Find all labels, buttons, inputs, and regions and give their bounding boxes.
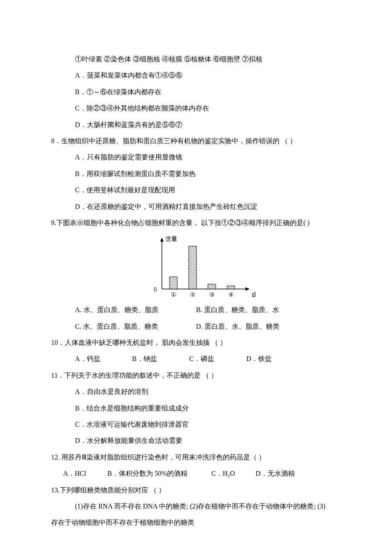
q11-stem: 11．下列关于水的生理功能的叙述中，不正确的是 （ ）	[51, 367, 349, 384]
q13-stem: 13.下列哪组糖类物质能分别对应 （ ）	[51, 482, 349, 498]
q9-option-d: D. 蛋白质、水、脂质、糖类	[196, 318, 280, 335]
svg-text:0: 0	[154, 286, 157, 293]
q10-option-d: D．铁盐	[246, 351, 272, 367]
svg-marker-4	[245, 287, 250, 291]
q7-option-a: A．菠菜和发菜体内都含有①④⑤⑥	[51, 67, 349, 84]
svg-text:③: ③	[209, 292, 215, 298]
q12-option-d: D．无水酒精	[256, 465, 295, 482]
q11-option-b: B．结合水是细胞结构的重要组成成分	[51, 400, 349, 416]
svg-rect-9	[208, 284, 216, 289]
q9-option-c: C. 水、蛋白质、脂质、糖类	[75, 318, 194, 335]
q8-stem: 8．生物组织中还原糖、脂肪和蛋白质三种有机物的鉴定实验中，操作错误的 （ ）	[51, 133, 349, 149]
q8-option-a: A．只有脂肪的鉴定需要使用显微镜	[51, 149, 349, 165]
svg-rect-5	[170, 277, 177, 289]
q10-option-b: B．钠盐	[132, 351, 187, 367]
q9-chart: ①②③④0含量成分	[51, 234, 349, 301]
svg-rect-7	[189, 246, 196, 289]
q10-stem: 10．人体血液中缺乏哪种无机盐时， 肌肉会发生抽搐 （ ）	[51, 335, 349, 351]
q11-option-c: C．水溶液可运输代谢废物到排泄器官	[51, 416, 349, 433]
q9-option-a: A. 水、蛋白质、糖类、脂质	[75, 302, 194, 318]
svg-text:①: ①	[171, 292, 176, 298]
q10-options: A．钙盐 B．钠盐 C．磷盐 D．铁盐	[51, 351, 349, 367]
q11-option-a: A．自由水是良好的溶剂	[51, 384, 349, 400]
q13-line2: 存在于动物细胞中而不存在于植物细胞中的糖类	[51, 515, 349, 531]
q10-option-c: C．磷盐	[189, 351, 245, 367]
svg-rect-11	[227, 286, 235, 289]
bar-chart: ①②③④0含量成分	[145, 234, 256, 301]
q8-option-b: B．用双缩脲试剂检测蛋白质不需要加热	[51, 166, 349, 182]
svg-text:成分: 成分	[251, 292, 256, 298]
q7-option-c: C．除②③④外其他结构都在颤藻的体内存在	[51, 100, 349, 116]
q7-option-b: B．①～⑥在绿藻体内都存在	[51, 84, 349, 100]
q12-option-c: C．H2O	[211, 465, 254, 482]
svg-text:含量: 含量	[165, 236, 177, 242]
q9-option-b: B. 蛋白质、糖类、脂质、水	[196, 302, 279, 318]
q7-items: ①叶绿素 ②染色体 ③细胞核 ④核膜 ⑤核糖体 ⑥细胞壁 ⑦拟核	[51, 51, 349, 67]
q12-stem: 12. 用苏丹Ⅲ染液对脂肪组织进行染色时，可用来冲洗浮色的药品是（ ）	[51, 449, 349, 465]
svg-text:④: ④	[228, 292, 234, 298]
svg-text:②: ②	[190, 292, 196, 298]
q10-option-a: A．钙盐	[75, 351, 130, 367]
q12-options: A．HCl B．体积分数为 50%的酒精 C．H2O D．无水酒精	[51, 465, 349, 482]
svg-marker-3	[160, 237, 164, 242]
q12-option-a: A．HCl	[63, 465, 106, 482]
q8-option-c: C．使用斐林试剂最好是现配现用	[51, 182, 349, 198]
q12-option-b: B．体积分数为 50%的酒精	[107, 465, 210, 482]
q9-options-row2: C. 水、蛋白质、脂质、糖类 D. 蛋白质、水、脂质、糖类	[51, 318, 349, 335]
q9-stem: 9.下图表示细胞中各种化合物占细胞鲜重的含量， 以下按①②③④顺序排列正确的是(…	[51, 215, 349, 231]
q13-line1: (1)存在 RNA 而不存在 DNA 中的糖类; (2)存在植物中而不存在于动物…	[51, 498, 349, 515]
q11-option-d: D．水分解释放能量供生命活动需要	[51, 433, 349, 449]
q9-options-row1: A. 水、蛋白质、糖类、脂质 B. 蛋白质、糖类、脂质、水	[51, 302, 349, 318]
q8-option-d: D．在还原糖的鉴定中，可用酒精灯直接加热产生砖红色沉淀	[51, 199, 349, 215]
q7-option-d: D．大肠杆菌和蓝藻共有的是⑤⑥⑦	[51, 117, 349, 133]
